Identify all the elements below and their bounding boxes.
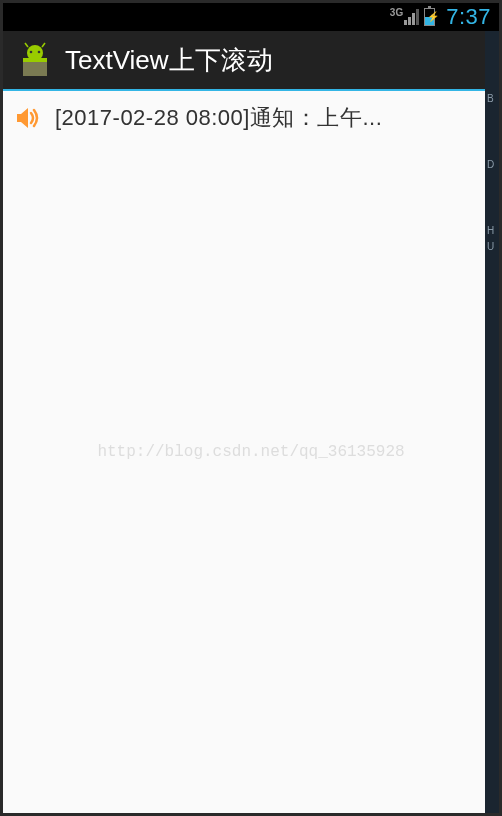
status-icons: 3G ⚡ 7:37 xyxy=(390,4,491,30)
phone-frame: 3G ⚡ 7:37 xyxy=(3,3,499,813)
drawer-label-h: H xyxy=(485,223,499,239)
svg-point-6 xyxy=(38,51,41,54)
signal-icon xyxy=(404,9,419,25)
drawer-label-b: B xyxy=(485,91,499,107)
right-drawer[interactable]: B D H U xyxy=(485,31,499,813)
speaker-icon xyxy=(13,104,41,132)
svg-point-2 xyxy=(27,45,43,61)
app-title: TextView上下滚动 xyxy=(65,43,273,78)
watermark: http://blog.csdn.net/qq_36135928 xyxy=(97,443,404,461)
action-bar: TextView上下滚动 xyxy=(3,31,499,91)
clock-label: 7:37 xyxy=(446,4,491,30)
svg-line-3 xyxy=(25,43,28,47)
drawer-label-u: U xyxy=(485,239,499,255)
svg-rect-0 xyxy=(23,62,47,76)
content-area[interactable]: [2017-02-28 08:00]通知：上午... http://blog.c… xyxy=(3,91,499,813)
network-type-label: 3G xyxy=(390,7,403,18)
battery-icon: ⚡ xyxy=(424,8,435,26)
svg-point-5 xyxy=(30,51,33,54)
status-bar: 3G ⚡ 7:37 xyxy=(3,3,499,31)
notification-row[interactable]: [2017-02-28 08:00]通知：上午... xyxy=(13,99,489,137)
notification-text: [2017-02-28 08:00]通知：上午... xyxy=(55,103,382,133)
svg-line-4 xyxy=(42,43,45,47)
drawer-label-d: D xyxy=(485,157,499,173)
app-icon xyxy=(17,42,53,78)
